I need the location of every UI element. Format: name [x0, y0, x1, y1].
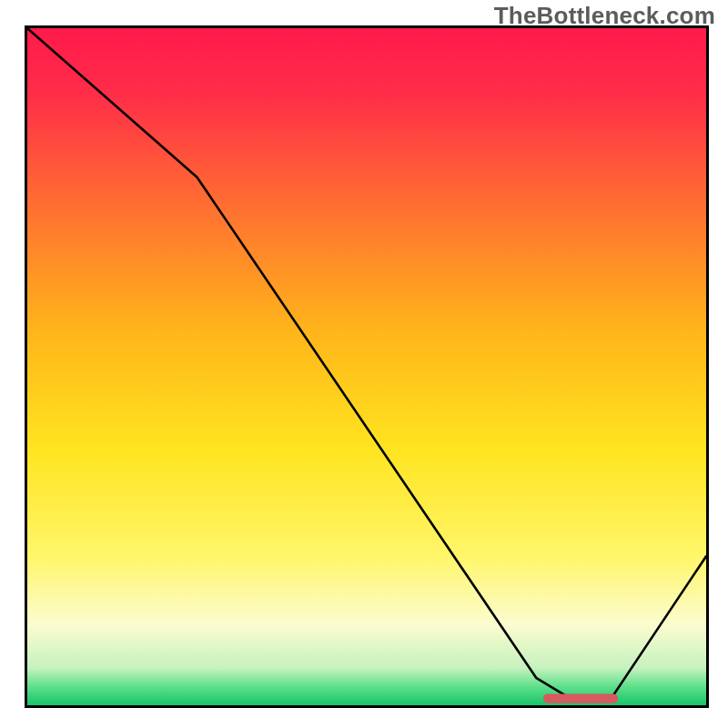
bottleneck-chart [27, 28, 706, 705]
chart-frame: TheBottleneck.com [0, 0, 728, 728]
optimal-marker [543, 693, 618, 703]
heat-background [27, 28, 706, 705]
